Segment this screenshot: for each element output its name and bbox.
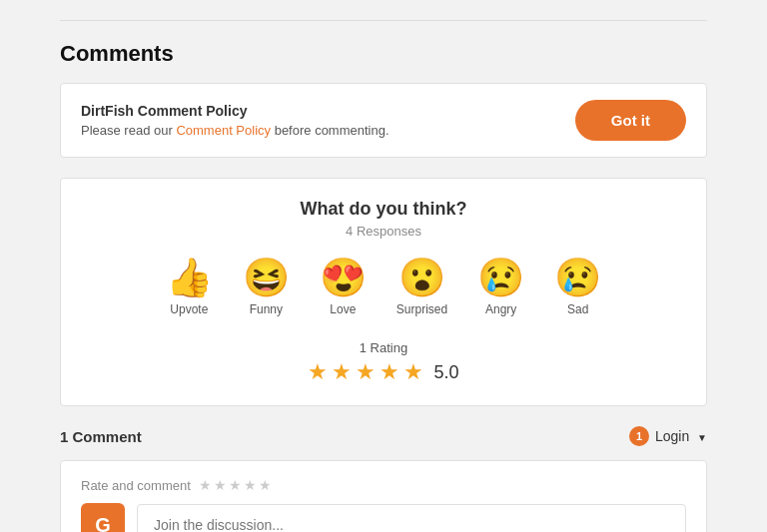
star-1: ★ bbox=[308, 359, 328, 385]
comment-input-row: G bbox=[81, 503, 686, 532]
comment-policy-link[interactable]: Comment Policy bbox=[176, 123, 271, 138]
login-badge: 1 bbox=[629, 426, 649, 446]
policy-prefix: Please read our bbox=[81, 123, 176, 138]
emoji-funny[interactable]: 😆 Funny bbox=[243, 259, 290, 316]
angry-icon: 😢 bbox=[477, 259, 524, 296]
reactions-count: 4 Responses bbox=[81, 224, 686, 239]
comment-input-section: Rate and comment ★ ★ ★ ★ ★ G bbox=[60, 460, 707, 532]
rate-star-empty-4: ★ bbox=[244, 477, 257, 493]
comment-input-field[interactable] bbox=[137, 504, 686, 532]
love-label: Love bbox=[330, 302, 356, 316]
rate-label-text: Rate and comment bbox=[81, 478, 191, 493]
policy-box: DirtFish Comment Policy Please read our … bbox=[60, 83, 707, 158]
rating-count: 1 Rating bbox=[81, 340, 686, 355]
comments-count-label: 1 Comment bbox=[60, 428, 142, 445]
surprised-icon: 😮 bbox=[398, 259, 445, 296]
comments-bar: 1 Comment 1 Login ▼ bbox=[60, 426, 707, 446]
user-avatar: G bbox=[81, 503, 125, 532]
upvote-icon: 👍 bbox=[166, 259, 213, 296]
funny-icon: 😆 bbox=[243, 259, 290, 296]
emoji-upvote[interactable]: 👍 Upvote bbox=[166, 259, 213, 316]
emoji-love[interactable]: 😍 Love bbox=[320, 259, 367, 316]
star-3: ★ bbox=[356, 359, 376, 385]
rate-star-empty-1: ★ bbox=[199, 477, 212, 493]
policy-title: DirtFish Comment Policy bbox=[81, 103, 389, 119]
upvote-label: Upvote bbox=[170, 302, 208, 316]
comments-title: Comments bbox=[60, 41, 707, 67]
funny-label: Funny bbox=[250, 302, 283, 316]
login-button[interactable]: Login ▼ bbox=[655, 428, 707, 444]
page-container: Comments DirtFish Comment Policy Please … bbox=[0, 0, 767, 532]
login-arrow: ▼ bbox=[697, 432, 707, 443]
rate-star-empty-2: ★ bbox=[214, 477, 227, 493]
policy-text: Please read our Comment Policy before co… bbox=[81, 123, 389, 138]
top-divider bbox=[60, 20, 707, 21]
policy-suffix: before commenting. bbox=[271, 123, 389, 138]
star-5: ★ bbox=[403, 359, 423, 385]
login-label: Login bbox=[655, 428, 689, 444]
emoji-angry[interactable]: 😢 Angry bbox=[477, 259, 524, 316]
star-2: ★ bbox=[332, 359, 352, 385]
star-4: ★ bbox=[380, 359, 399, 385]
rate-star-empty-5: ★ bbox=[259, 477, 272, 493]
reactions-question: What do you think? bbox=[81, 199, 686, 220]
got-it-button[interactable]: Got it bbox=[575, 100, 686, 141]
emoji-row: 👍 Upvote 😆 Funny 😍 Love 😮 Surprised 😢 An… bbox=[81, 259, 686, 316]
angry-label: Angry bbox=[485, 302, 516, 316]
rating-value: 5.0 bbox=[433, 362, 458, 383]
sad-label: Sad bbox=[567, 302, 588, 316]
reactions-section: What do you think? 4 Responses 👍 Upvote … bbox=[60, 178, 707, 406]
stars-row: ★ ★ ★ ★ ★ 5.0 bbox=[81, 359, 686, 385]
sad-icon: 😢 bbox=[554, 259, 601, 296]
surprised-label: Surprised bbox=[396, 302, 447, 316]
policy-left: DirtFish Comment Policy Please read our … bbox=[81, 103, 389, 138]
love-icon: 😍 bbox=[320, 259, 367, 296]
emoji-surprised[interactable]: 😮 Surprised bbox=[396, 259, 447, 316]
rate-star-empty-3: ★ bbox=[229, 477, 242, 493]
rate-label: Rate and comment ★ ★ ★ ★ ★ bbox=[81, 477, 686, 493]
login-area: 1 Login ▼ bbox=[629, 426, 707, 446]
rate-stars[interactable]: ★ ★ ★ ★ ★ bbox=[199, 477, 272, 493]
emoji-sad[interactable]: 😢 Sad bbox=[554, 259, 601, 316]
